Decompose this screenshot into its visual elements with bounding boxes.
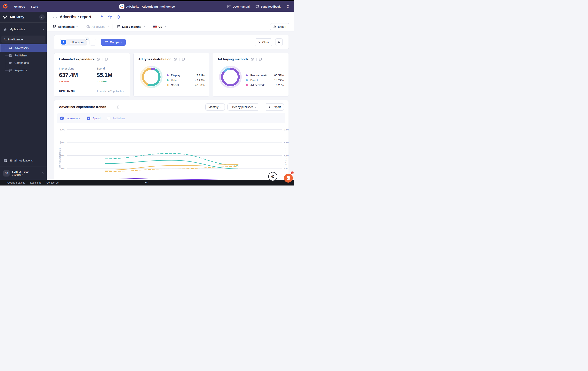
star-icon: [3, 28, 7, 31]
topbar-store[interactable]: Store: [31, 5, 38, 8]
contact-us-link[interactable]: Contact us: [46, 181, 59, 184]
spend-label: Spend: [96, 67, 112, 70]
notification-bell-icon[interactable]: [117, 15, 120, 19]
share-link-icon[interactable]: [99, 15, 103, 19]
copy-icon[interactable]: [259, 58, 262, 61]
settings-gear-icon[interactable]: ⚙: [286, 4, 290, 9]
topbar: My apps Store AdClarity - Advertising In…: [0, 1, 294, 12]
copy-icon[interactable]: [116, 105, 120, 109]
legend-row: Direct 14.22%: [246, 78, 284, 83]
legend-row: Video 49.29%: [167, 78, 205, 83]
trends-export-button[interactable]: Export: [265, 103, 284, 110]
date-range-filter[interactable]: Last 3 months: [117, 25, 144, 28]
chevron-down-icon: [106, 25, 108, 27]
impressions-axis-label: IMPRESSIONS: [59, 148, 61, 168]
sidebar-item-my-favorites[interactable]: My favorites: [0, 25, 47, 33]
send-feedback-link[interactable]: Send feedback: [256, 5, 281, 8]
country-filter[interactable]: US: [153, 25, 165, 28]
compare-button[interactable]: Compare: [101, 39, 126, 46]
sidebar-item-email-notifications[interactable]: Email notifications: [0, 156, 47, 165]
legend-row: Programmatic 85.52%: [246, 73, 284, 78]
trend-series: [105, 153, 238, 180]
user-name: Semrush user 3101077: [12, 170, 40, 176]
footer-more-button[interactable]: •••: [145, 181, 149, 184]
topbar-my-apps[interactable]: My apps: [14, 5, 25, 8]
sidebar-user-menu[interactable]: S3 Semrush user 3101077: [0, 167, 47, 180]
info-icon[interactable]: [108, 105, 112, 109]
granularity-dropdown[interactable]: Monthly: [205, 103, 225, 110]
pin-button[interactable]: [275, 38, 283, 46]
publishers-checkbox[interactable]: Publishers: [107, 117, 125, 120]
add-competitor-button[interactable]: +: [90, 39, 96, 45]
filter-bar: All channels All devices Last 3 months U…: [47, 22, 294, 32]
sidebar-section-ad-intelligence[interactable]: Ad Intelligence: [1, 35, 45, 43]
sidebar-brand: AdClarity «: [0, 12, 47, 23]
export-button[interactable]: Export: [270, 23, 289, 30]
sidebar-item-publishers[interactable]: Publishers: [0, 52, 47, 59]
content: Z zillow.com ✕ + Compare ✕ Clear: [47, 32, 294, 180]
favorite-star-icon[interactable]: [108, 15, 112, 19]
sidebar-item-campaigns[interactable]: Campaigns: [0, 59, 47, 66]
sidebar-collapse-button[interactable]: «: [39, 14, 45, 20]
adclarity-logo-icon: [2, 15, 8, 19]
spend-axis-label: SPEND: [285, 156, 287, 166]
zillow-favicon: Z: [60, 39, 67, 45]
expenditure-trend-chart[interactable]: 320M 240M 160M 80M 2.4M 1.8M 1.2M 600K I: [54, 125, 289, 180]
ad-buying-legend: Programmatic 85.52% Direct 14.22% Ad net…: [246, 73, 284, 87]
right-tick: 2.4M: [284, 129, 289, 131]
query-bar: Z zillow.com ✕ + Compare ✕ Clear: [54, 35, 289, 49]
chat-bubble-icon: [286, 176, 291, 180]
mail-icon: [3, 159, 7, 162]
trends-title: Advertiser expenditure trends: [59, 105, 106, 109]
chevron-right-icon: [42, 28, 44, 30]
checkbox-icon: [107, 117, 110, 120]
chevron-down-icon: [164, 25, 166, 27]
legal-info-link[interactable]: Legal Info: [30, 181, 41, 184]
sidebar-item-advertisers[interactable]: Advertisers: [0, 44, 47, 52]
chevron-down-icon: [76, 25, 78, 27]
domain-chip[interactable]: Z zillow.com ✕: [60, 39, 87, 45]
info-icon[interactable]: [97, 58, 100, 61]
publisher-filter-dropdown[interactable]: Filter by publisher: [228, 103, 259, 110]
card-title: Estimated expenditure: [59, 57, 94, 61]
feedback-bubble-icon: [256, 5, 259, 8]
cookie-settings-link[interactable]: Cookie Settings: [7, 181, 25, 184]
keywords-icon: [9, 68, 12, 72]
semrush-logo-icon[interactable]: [3, 4, 8, 10]
left-tick: 320M: [60, 129, 65, 131]
spend-checkbox[interactable]: ✓ Spend: [87, 117, 100, 120]
clear-x-icon: ✕: [258, 41, 260, 44]
adclarity-app-icon: [119, 4, 124, 9]
arrow-up-icon: ↑: [96, 80, 98, 83]
chevron-down-icon: [143, 25, 145, 27]
chevron-down-icon: [254, 106, 256, 108]
publishers-icon: [9, 54, 12, 57]
user-avatar: S3: [3, 170, 10, 176]
impressions-value: 637.4M: [59, 72, 96, 78]
ad-types-card: Ad types distribution Display 7.21%: [133, 53, 210, 97]
ad-buying-card: Ad buying methods Programmatic 85.5: [213, 53, 289, 97]
copy-icon[interactable]: [182, 58, 185, 61]
book-icon: [228, 5, 231, 8]
info-icon[interactable]: [251, 58, 254, 61]
info-icon[interactable]: [174, 58, 177, 61]
copy-icon[interactable]: [105, 58, 108, 61]
user-manual-link[interactable]: User manual: [228, 5, 250, 8]
sidebar-item-keywords[interactable]: Keywords: [0, 66, 47, 74]
impressions-checkbox[interactable]: ✓ Impressions: [60, 117, 80, 120]
checkbox-icon: ✓: [87, 117, 90, 120]
clear-button[interactable]: ✕ Clear: [255, 38, 272, 46]
sidebar: AdClarity « My favorites Ad Intelligence…: [0, 12, 47, 180]
report-settings-fab[interactable]: ⚙: [268, 172, 277, 181]
estimated-expenditure-card: Estimated expenditure Impressions 637.4M…: [54, 53, 130, 97]
topbar-app-title: AdClarity - Advertising Intelligence: [126, 5, 175, 8]
checkbox-icon: ✓: [60, 117, 63, 120]
trend-line-video-impressions: [105, 160, 238, 169]
devices-filter[interactable]: All devices: [86, 25, 108, 28]
us-flag-icon: [153, 26, 157, 28]
chip-close-icon[interactable]: ✕: [85, 37, 89, 41]
intercom-chat-button[interactable]: [284, 174, 293, 183]
channels-filter[interactable]: All channels: [53, 25, 78, 28]
impressions-label: Impressions: [59, 67, 96, 70]
advertiser-report-icon: [53, 15, 57, 19]
